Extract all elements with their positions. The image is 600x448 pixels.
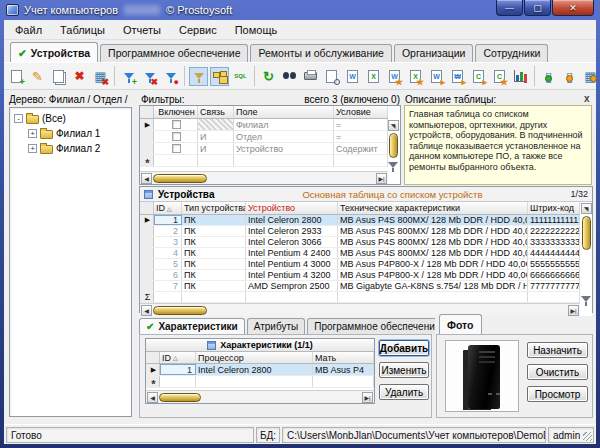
expand-icon[interactable]: + [28, 129, 37, 138]
grid-goto-button[interactable]: ◥ [581, 203, 592, 214]
photo-panel: Назначить Очистить Просмотр [436, 334, 593, 418]
copy-record-icon[interactable] [49, 67, 68, 86]
close-button[interactable]: ✕ [552, 0, 594, 16]
collapse-icon[interactable]: - [14, 114, 23, 123]
scroll-thumb[interactable] [389, 133, 398, 158]
menu-help[interactable]: Помощь [226, 22, 287, 38]
expand-icon[interactable]: + [28, 144, 37, 153]
search-icon[interactable] [280, 67, 299, 86]
tab-devices[interactable]: ✔Устройства [10, 42, 98, 62]
device-row[interactable]: 7 ПК AMD Sempron 2500 MB Gigabyte GA-K8N… [140, 281, 580, 292]
scroll-right-button[interactable]: ▶| [568, 305, 579, 316]
print-icon[interactable] [301, 67, 320, 86]
export-doc-1-icon[interactable]: W▸ [427, 67, 446, 86]
scroll-thumb[interactable] [582, 216, 591, 250]
assign-photo-button[interactable]: Назначить [527, 342, 588, 358]
filter-row[interactable]: И Отдел = [140, 131, 388, 143]
device-row[interactable]: 2 ПК Intel Celeron 2933 MB Asus P4S 800M… [140, 226, 580, 237]
menu-file[interactable]: Файл [6, 22, 51, 38]
tab-software-detail[interactable]: Программное обеспечение [307, 318, 435, 334]
refresh-icon[interactable]: ↻ [259, 67, 278, 86]
status-db-path: C:\Users\MonbJlan\Documents\Учет компьют… [282, 427, 546, 443]
tab-attributes[interactable]: Атрибуты [247, 318, 305, 334]
tab-employees[interactable]: Сотрудники [475, 44, 548, 62]
filter-enabled-checkbox[interactable] [172, 144, 181, 153]
delete-button[interactable]: Удалить [379, 384, 429, 400]
filter-enabled-checkbox[interactable] [172, 120, 181, 129]
characteristics-hscrollbar[interactable]: ◀ ▶| [146, 390, 374, 403]
scroll-left-button[interactable]: ◀ [141, 305, 152, 316]
device-row[interactable]: 1 ПК Intel Celeron 2800 MB Asus P4S 800M… [140, 215, 580, 226]
filters-hscrollbar[interactable]: ◀ ▶| [140, 171, 388, 184]
export-excel-icon[interactable]: X [364, 67, 383, 86]
tab-photo[interactable]: Фото [439, 314, 482, 334]
toolbar-separator [254, 66, 255, 86]
device-row[interactable]: 6 ПК Intel Pentium 4 3200 MB Asus P4P800… [140, 270, 580, 281]
grid-goto-button[interactable]: ◥ [388, 120, 399, 131]
filter-remove-icon[interactable]: ✖ [140, 67, 159, 86]
add-record-icon[interactable]: + [7, 67, 26, 86]
tree-item-branch2[interactable]: + Филиал 2 [10, 141, 131, 156]
tree-item-branch1[interactable]: + Филиал 1 [10, 126, 131, 141]
column-properties-icon[interactable]: ▯ [560, 67, 579, 86]
characteristics-new-row[interactable] [146, 376, 374, 388]
menu-tables[interactable]: Таблицы [51, 22, 114, 38]
scroll-thumb[interactable] [159, 393, 201, 402]
menu-service[interactable]: Сервис [170, 22, 226, 38]
clear-photo-button[interactable]: Очистить [527, 364, 588, 380]
table-properties-icon[interactable]: ▦ [581, 67, 596, 86]
device-row[interactable]: 3 ПК Intel Celeron 3066 MB Asus P4S 800M… [140, 237, 580, 248]
merge-excel-icon[interactable]: X★ [406, 67, 425, 86]
minimize-button[interactable]: — [496, 0, 523, 16]
description-close-icon[interactable]: x [584, 93, 590, 104]
edit-button[interactable]: Изменить [379, 362, 429, 378]
characteristics-row[interactable]: 1 Intel Celeron 2800 MB Asus P4 [146, 364, 374, 376]
filter-row[interactable]: Филиал = [140, 119, 388, 131]
characteristics-title: Характеристики (1/1) [146, 339, 374, 352]
merge-word-icon[interactable]: W★ [385, 67, 404, 86]
check-icon: ✔ [18, 47, 27, 59]
filter-row[interactable]: И Устройство Содержит [140, 143, 388, 155]
tab-characteristics[interactable]: ✔Характеристики [139, 318, 245, 334]
delete-record-icon[interactable]: ✖ [70, 67, 89, 86]
insert-column-icon[interactable]: ▯ [539, 67, 558, 86]
export-calc-1-icon[interactable]: C▸ [469, 67, 488, 86]
grid-filter-icon[interactable] [581, 296, 591, 302]
tab-repairs[interactable]: Ремонты и обслуживание [250, 44, 391, 62]
menu-reports[interactable]: Отчеты [114, 22, 170, 38]
add-button[interactable]: Добавить [379, 340, 429, 356]
export-calc-2-icon[interactable]: C★ [490, 67, 509, 86]
maximize-button[interactable]: ▢ [524, 0, 551, 16]
device-row[interactable]: 5 ПК Intel Pentium 4 3000 MB Asus P4P800… [140, 259, 580, 270]
delete-from-table-icon[interactable]: ▦✖ [91, 67, 110, 86]
toggle-filter-panel-icon[interactable] [189, 67, 208, 86]
scroll-thumb[interactable] [153, 306, 207, 315]
tree-item-root[interactable]: - (Все) [10, 111, 131, 126]
filter-enabled-checkbox[interactable] [172, 132, 181, 141]
tab-software[interactable]: Программное обеспечение [100, 44, 248, 62]
resize-grip[interactable] [583, 432, 592, 441]
chart-icon[interactable] [511, 67, 530, 86]
filter-add-icon[interactable]: + [119, 67, 138, 86]
photo-image[interactable] [445, 340, 519, 412]
view-photo-button[interactable]: Просмотр [527, 386, 588, 402]
devices-hscrollbar[interactable]: ◀ ▶| [140, 303, 580, 316]
device-row[interactable]: 4 ПК Intel Pentium 4 2400 MB Asus P4S 80… [140, 248, 580, 259]
scroll-left-button[interactable]: ◀ [141, 173, 152, 184]
grid-filter-icon[interactable] [388, 162, 398, 168]
export-word-icon[interactable]: W [343, 67, 362, 86]
tab-organizations[interactable]: Организации [394, 44, 474, 62]
detail-tabstrip: ✔Характеристики Атрибуты Программное обе… [139, 316, 435, 334]
scroll-right-button[interactable]: ▶| [362, 392, 373, 403]
sql-mode-icon[interactable]: SQL [231, 67, 250, 86]
scroll-right-button[interactable]: ▶| [376, 173, 387, 184]
scroll-thumb[interactable] [153, 174, 207, 183]
filter-clear-icon[interactable]: ● [161, 67, 180, 86]
devices-pager: 1/32 [570, 189, 588, 199]
toggle-tree-panel-icon[interactable] [210, 67, 229, 86]
edit-record-icon[interactable]: ✎ [28, 67, 47, 86]
export-doc-2-icon[interactable]: ₩▸ [448, 67, 467, 86]
filter-new-row[interactable] [140, 155, 388, 167]
print-preview-icon[interactable] [322, 67, 341, 86]
scroll-left-button[interactable]: ◀ [147, 392, 158, 403]
